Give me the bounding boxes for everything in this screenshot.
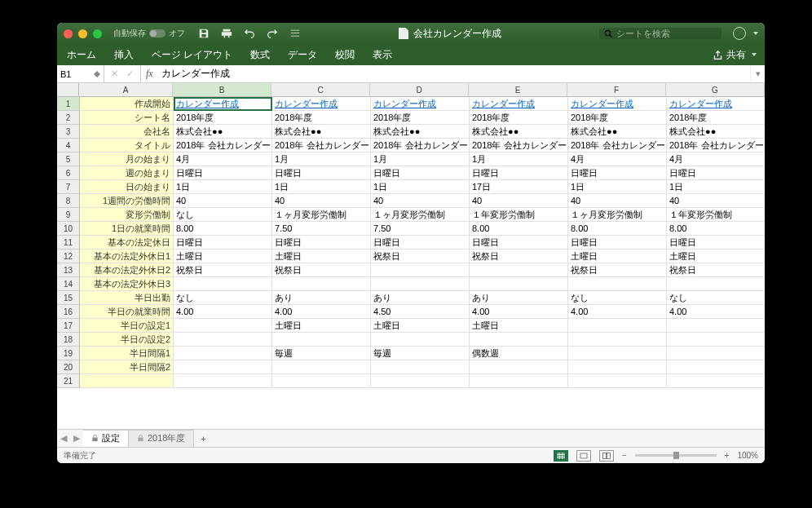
cell[interactable]: 土曜日 (568, 250, 667, 263)
cell[interactable]: 1週間の労働時間 (80, 194, 174, 208)
cell[interactable]: 日曜日 (371, 236, 470, 250)
cell[interactable]: 基本の法定外休日2 (80, 263, 174, 277)
row-header[interactable]: 20 (57, 360, 80, 374)
cell[interactable]: 40 (470, 194, 568, 208)
cell[interactable]: 土曜日 (371, 319, 470, 333)
tab-page-layout[interactable]: ページ レイアウト (150, 46, 234, 64)
row-header[interactable]: 7 (57, 180, 80, 194)
cell[interactable]: 4.00 (272, 305, 371, 319)
cell[interactable]: 4.00 (667, 305, 765, 319)
col-header-G[interactable]: G (666, 83, 765, 96)
cell[interactable]: 土曜日 (470, 319, 568, 333)
row-header[interactable]: 2 (57, 111, 80, 125)
row-header[interactable]: 3 (57, 125, 80, 139)
cell[interactable]: 日曜日 (568, 236, 667, 250)
cell[interactable]: 月の始まり (80, 152, 174, 166)
cell[interactable]: 2018年 会社カレンダー (568, 139, 667, 152)
cell[interactable]: 1日 (371, 180, 470, 194)
cell[interactable]: 4.00 (568, 305, 667, 319)
cell[interactable]: 半日の設定1 (80, 319, 174, 333)
cell[interactable] (272, 277, 371, 291)
cell[interactable] (568, 319, 667, 333)
cell[interactable]: 日曜日 (470, 236, 568, 250)
cell[interactable]: 半日間隔2 (80, 360, 174, 374)
cell[interactable]: 7.50 (371, 222, 470, 236)
cell[interactable]: 祝祭日 (568, 263, 667, 277)
col-header-B[interactable]: B (173, 83, 271, 96)
cell[interactable]: 日曜日 (371, 166, 470, 180)
cell[interactable]: シート名 (80, 111, 174, 125)
cell[interactable]: 8.00 (470, 222, 568, 236)
row-header[interactable]: 19 (57, 347, 80, 360)
cell[interactable] (470, 360, 568, 374)
cell[interactable] (371, 263, 470, 277)
cell[interactable]: 4.50 (371, 305, 470, 319)
cell[interactable]: 4月 (174, 152, 272, 166)
cell[interactable]: 株式会社●● (470, 125, 568, 139)
cell[interactable]: 日曜日 (272, 166, 371, 180)
cell[interactable]: 2018年 会社カレンダー (371, 139, 470, 152)
cell[interactable]: 会社名 (80, 125, 174, 139)
view-page-break-icon[interactable] (599, 450, 614, 462)
cell[interactable]: 2018年 会社カレンダー (470, 139, 568, 152)
cell[interactable] (667, 374, 765, 388)
cell[interactable]: 毎週 (272, 347, 371, 360)
spreadsheet-grid[interactable]: A B C D E F G 1作成開始カレンダー作成カレンダー作成カレンダー作成… (57, 83, 765, 429)
cell[interactable]: 40 (371, 194, 470, 208)
cell[interactable]: あり (371, 291, 470, 305)
feedback-dropdown-icon[interactable] (753, 32, 758, 35)
cell[interactable] (470, 263, 568, 277)
cell[interactable]: 8.00 (568, 222, 667, 236)
cell[interactable]: 日曜日 (272, 236, 371, 250)
cell[interactable] (371, 277, 470, 291)
row-header[interactable]: 14 (57, 277, 80, 291)
row-header[interactable]: 1 (57, 97, 80, 111)
cell[interactable] (470, 333, 568, 347)
view-page-layout-icon[interactable] (576, 450, 591, 462)
cell[interactable]: カレンダー作成 (568, 97, 667, 111)
autosave-toggle[interactable]: 自動保存 オフ (113, 28, 185, 39)
tab-formulas[interactable]: 数式 (249, 46, 271, 64)
select-all-corner[interactable] (57, 83, 79, 96)
sheet-nav-prev-icon[interactable]: ◀ (57, 433, 70, 444)
cell[interactable]: 祝祭日 (174, 263, 272, 277)
cell[interactable] (272, 333, 371, 347)
cell[interactable]: 株式会社●● (568, 125, 667, 139)
cell[interactable]: なし (568, 291, 667, 305)
fx-label[interactable]: fx (141, 68, 158, 80)
cell[interactable] (371, 360, 470, 374)
tab-data[interactable]: データ (286, 46, 319, 64)
cell[interactable]: 17日 (470, 180, 568, 194)
cell[interactable]: 日曜日 (667, 166, 765, 180)
tab-home[interactable]: ホーム (65, 46, 98, 64)
hyperlink[interactable]: カレンダー作成 (571, 98, 633, 110)
cell[interactable]: 1日 (568, 180, 667, 194)
cell[interactable]: 偶数週 (470, 347, 568, 360)
cell[interactable] (667, 319, 765, 333)
cell[interactable]: 株式会社●● (667, 125, 765, 139)
cell[interactable]: 半日間隔1 (80, 347, 174, 360)
cell[interactable] (667, 347, 765, 360)
cell[interactable]: 1日 (272, 180, 371, 194)
name-box[interactable]: B1 (57, 65, 104, 82)
sheet-nav-next-icon[interactable]: ▶ (70, 433, 83, 444)
cell[interactable]: 毎週 (371, 347, 470, 360)
cell[interactable] (667, 360, 765, 374)
enter-icon[interactable]: ✓ (126, 68, 134, 79)
cell[interactable]: 4月 (568, 152, 667, 166)
row-header[interactable]: 15 (57, 291, 80, 305)
row-header[interactable]: 9 (57, 208, 80, 222)
cell[interactable]: 株式会社●● (371, 125, 470, 139)
cell[interactable]: 1月 (470, 152, 568, 166)
save-icon[interactable] (198, 28, 210, 39)
cell[interactable]: 2018年度 (470, 111, 568, 125)
cell[interactable]: 半日出勤 (80, 291, 174, 305)
print-icon[interactable] (221, 28, 232, 39)
cell[interactable]: なし (667, 291, 765, 305)
cell[interactable] (272, 360, 371, 374)
cell[interactable] (470, 277, 568, 291)
cell[interactable]: なし (174, 208, 272, 222)
zoom-in-button[interactable]: + (725, 451, 730, 460)
search-box[interactable] (599, 28, 722, 39)
cell[interactable]: 40 (667, 194, 765, 208)
